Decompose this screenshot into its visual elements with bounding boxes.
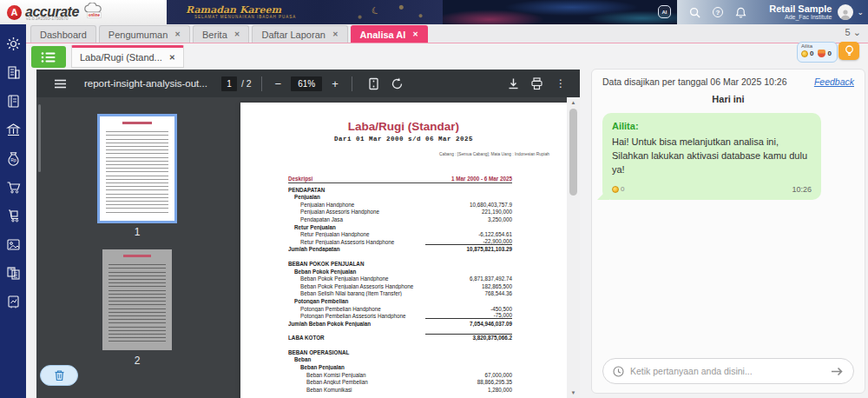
send-icon[interactable] — [831, 366, 844, 377]
brand-area: A accurate online v1.0.1#2593-1750670 — [0, 0, 167, 24]
avatar[interactable] — [838, 4, 853, 20]
chevron-down-icon: ⌄ — [853, 27, 861, 37]
money-pouch-icon[interactable]: Rp — [6, 151, 21, 166]
help-icon[interactable]: ? — [713, 7, 723, 17]
inventory-chart-icon[interactable] — [6, 295, 21, 309]
scroll-down-icon[interactable]: ▼ — [567, 390, 580, 395]
zoom-in-button[interactable]: + — [328, 78, 342, 90]
scrollbar-thumb[interactable] — [569, 109, 577, 196]
pdf-toolbar: report-insight-analysis-out... 1 / 2 − 6… — [36, 70, 580, 97]
report-row: BEBAN OPERASIONAL — [288, 348, 512, 355]
report-rows: PENDAPATAN Penjualan Penjualan Handphone… — [288, 185, 512, 393]
day-separator: Hari ini — [592, 94, 865, 104]
page-thumbnail-2[interactable] — [102, 249, 172, 350]
feedback-link[interactable]: Feedback — [814, 76, 854, 87]
search-icon[interactable] — [689, 7, 700, 18]
thumbnail-label-2: 2 — [128, 355, 146, 367]
report-row: Retur Penjualan Handphone -6,122,654.61 — [288, 230, 512, 238]
banner-subtitle: SELAMAT MENUNAIKAN IBADAH PUASA — [194, 15, 296, 19]
user-organization: Ade_Fac Institute — [769, 14, 832, 21]
journal-book-icon[interactable] — [6, 94, 21, 109]
tab-close-icon[interactable]: ✕ — [234, 30, 240, 38]
ailita-credits-widget[interactable]: Ailita 0 0 — [797, 42, 838, 63]
report-tab[interactable]: Laba/Rugi (Stand... ✕ — [71, 45, 184, 68]
list-icon — [41, 51, 56, 63]
download-icon[interactable] — [507, 77, 520, 90]
chat-question-input[interactable] — [630, 366, 831, 376]
page-number-input[interactable]: 1 — [221, 76, 237, 91]
chat-message-bubble: Ailita: Hai! Untuk bisa melanjutkan anal… — [602, 113, 821, 200]
tips-lightbulb-button[interactable] — [838, 42, 859, 60]
pdf-viewer: report-insight-analysis-out... 1 / 2 − 6… — [36, 70, 580, 398]
tab-label: Berita — [202, 30, 227, 40]
fit-page-icon[interactable] — [367, 77, 380, 90]
report-column-desc: Deskripsi — [288, 176, 440, 183]
report-row: Beban Pokok Penjualan — [288, 267, 512, 275]
notifications-bell-icon[interactable] — [735, 7, 746, 18]
page-thumbnail-1[interactable] — [100, 116, 174, 221]
delete-report-button[interactable] — [40, 365, 78, 386]
tab-close-icon[interactable]: ✕ — [332, 30, 339, 38]
report-row: Beban Penjualan — [288, 362, 512, 370]
tab-label: Daftar Laporan — [261, 30, 325, 40]
delivery-cart-icon[interactable] — [6, 209, 21, 223]
message-coin-count: 0 — [621, 185, 624, 193]
chat-input-bar[interactable] — [602, 358, 854, 384]
more-options-icon[interactable]: ⋮ — [549, 77, 568, 90]
report-row: Potongan Pembelian Handphone -450,500 — [288, 304, 512, 312]
data-timestamp-note: Data disajikan per tanggal 06 Mar 2025 1… — [602, 76, 786, 87]
user-info[interactable]: Retail Sample Ade_Fac Institute — [769, 3, 832, 21]
ailita-widget-label: Ailita — [801, 43, 833, 50]
main-tab[interactable]: Pengumuman ✕ — [99, 25, 190, 43]
report-list-button[interactable] — [31, 46, 66, 68]
main-tab[interactable]: Analisa AI ✕ — [351, 25, 428, 43]
zoom-out-button[interactable]: − — [272, 78, 286, 90]
pdf-scrollbar[interactable]: ▲ ▼ — [567, 97, 580, 398]
ramadan-banner: Ramadan Kareem SELAMAT MENUNAIKAN IBADAH… — [167, 0, 443, 24]
report-row: Beban Pokok Penjualan Assesoris Handphon… — [288, 282, 512, 289]
report-tab-close-icon[interactable]: ✕ — [169, 53, 175, 62]
report-row: LABA KOTOR 3,820,875,066.2 — [288, 334, 512, 342]
tab-close-icon[interactable]: ✕ — [412, 30, 418, 38]
company-building-icon[interactable] — [6, 65, 21, 80]
menu-icon[interactable] — [54, 77, 67, 90]
history-clock-icon — [613, 366, 624, 377]
report-row — [288, 252, 512, 259]
report-row: Beban Selisih Nilai barang (Item Transfe… — [288, 289, 512, 297]
rotate-icon[interactable] — [391, 77, 404, 90]
main-tab[interactable]: Daftar Laporan ✕ — [252, 25, 347, 43]
coin-balance: 0 — [810, 50, 813, 57]
bank-icon[interactable] — [6, 123, 21, 137]
tab-overflow-count[interactable]: 5 ⌄ — [845, 27, 861, 38]
report-column-value: 1 Mar 2000 - 6 Mar 2025 — [428, 176, 512, 183]
print-icon[interactable] — [530, 77, 543, 90]
top-header-bar: A accurate online v1.0.1#2593-1750670 Ra… — [0, 0, 868, 24]
thumbnail-label-1: 1 — [128, 226, 146, 238]
tab-close-icon[interactable]: ✕ — [174, 30, 181, 38]
user-menu-chevron-icon[interactable]: ⌄ — [857, 9, 864, 17]
report-row: Beban Komunikasi 1,280,000 — [288, 385, 512, 393]
zoom-level[interactable]: 61% — [291, 76, 322, 91]
report-row: Beban Pokok Penjualan Handphone 6,871,83… — [288, 275, 512, 282]
purchase-cart-icon[interactable] — [6, 180, 21, 195]
pdf-page: Laba/Rugi (Standar) Dari 01 Mar 2000 s/d… — [240, 103, 567, 398]
tax-documents-icon[interactable]: TAX — [6, 266, 21, 281]
tab-label: Dashboard — [40, 30, 87, 40]
scroll-up-icon[interactable]: ▲ — [567, 100, 580, 105]
message-time: 10:26 — [792, 185, 812, 194]
settings-gear-icon[interactable] — [6, 36, 21, 51]
banner-title: Ramadan Kareem — [186, 5, 281, 15]
asset-image-icon[interactable] — [6, 237, 21, 252]
coin-icon — [612, 186, 619, 193]
main-tab[interactable]: Dashboard ✕ — [30, 25, 96, 43]
main-tab[interactable]: Berita ✕ — [193, 25, 249, 43]
thumbnail-scrollbar[interactable] — [38, 104, 41, 172]
report-row — [288, 341, 512, 348]
report-meta: Cabang : [Semua Cabang]; Mata Uang : Ind… — [439, 152, 549, 156]
main-tab-bar: Dashboard ✕ Pengumuman ✕ Berita ✕ Daftar… — [26, 24, 868, 43]
gem-balance: 0 — [827, 50, 831, 57]
report-row: BEBAN POKOK PENJUALAN — [288, 259, 512, 267]
trash-icon — [54, 369, 65, 381]
header-right-section: AI ? Retail Sample Ade_Fac Institute ⌄ — [677, 0, 868, 24]
ai-assistant-icon[interactable]: AI — [658, 5, 671, 18]
